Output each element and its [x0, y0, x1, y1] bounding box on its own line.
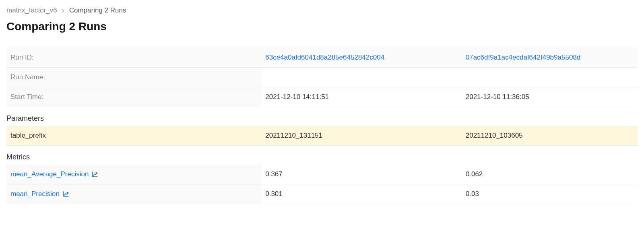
run-name-value-2: [462, 68, 638, 87]
run-id-link-2[interactable]: 07ac6df9a1ac4ecdaf642f49b9a5508d: [466, 54, 581, 61]
run-name-label: Run Name:: [6, 68, 261, 87]
parameters-section-title: Parameters: [6, 114, 638, 123]
page-title: Comparing 2 Runs: [6, 20, 638, 33]
metrics-table: mean_Average_Precision 0.367 0.062 mean_…: [6, 165, 638, 204]
start-time-label: Start Time:: [6, 87, 261, 107]
metrics-section-title: Metrics: [6, 153, 638, 161]
chart-icon: [92, 171, 98, 178]
breadcrumb-current: Comparing 2 Runs: [69, 6, 126, 14]
start-time-value-1: 2021-12-10 14:11:51: [261, 87, 462, 107]
metric-link-mean-precision[interactable]: mean_Precision: [10, 190, 69, 198]
run-id-link-1[interactable]: 63ce4a0afd6041d8a285e6452842c004: [265, 54, 384, 61]
run-info-table: Run ID: 63ce4a0afd6041d8a285e6452842c004…: [6, 48, 638, 107]
chart-icon: [63, 191, 69, 197]
metric-value-2: 0.062: [462, 165, 638, 184]
parameters-table: table_prefix 20211210_131151 20211210_10…: [6, 126, 638, 146]
metric-link-mean-average-precision[interactable]: mean_Average_Precision: [10, 170, 98, 178]
param-label: table_prefix: [6, 126, 261, 146]
metric-row-mean-precision: mean_Precision 0.301 0.03: [6, 184, 638, 204]
metric-value-2: 0.03: [462, 184, 638, 204]
metric-value-1: 0.301: [261, 184, 462, 204]
start-time-value-2: 2021-12-10 11:36:05: [462, 87, 638, 107]
metric-value-1: 0.367: [261, 165, 462, 184]
metric-label: mean_Precision: [10, 190, 60, 198]
parameter-row-table-prefix: table_prefix 20211210_131151 20211210_10…: [6, 126, 638, 146]
divider: [6, 38, 638, 38]
breadcrumb: matrix_factor_v6 Comparing 2 Runs: [6, 6, 638, 14]
param-value-2: 20211210_103605: [462, 126, 638, 146]
run-id-label: Run ID:: [6, 48, 261, 68]
param-value-1: 20211210_131151: [261, 126, 462, 146]
metric-row-mean-average-precision: mean_Average_Precision 0.367 0.062: [6, 165, 638, 184]
metric-label: mean_Average_Precision: [10, 170, 89, 178]
run-name-value-1: [261, 68, 462, 87]
breadcrumb-parent-link[interactable]: matrix_factor_v6: [6, 6, 57, 14]
chevron-right-icon: [61, 7, 65, 14]
